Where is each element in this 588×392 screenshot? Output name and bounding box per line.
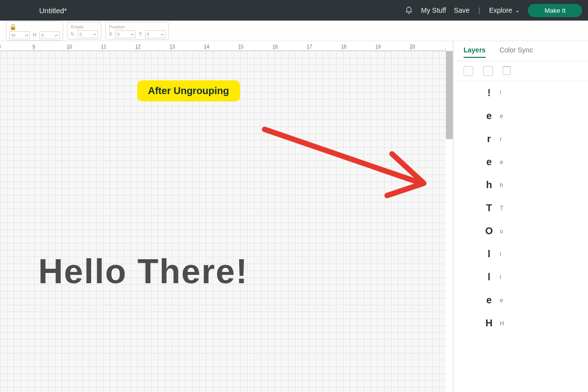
layer-item[interactable]: !! (454, 81, 588, 104)
position-label: Position (109, 24, 165, 29)
rotate-stepper[interactable]: 0 ▴▾ (77, 30, 98, 38)
ruler-tick: 17 (309, 41, 343, 50)
layer-preview: h (483, 179, 495, 191)
canvas-wrapper: 891011121314151617181920 After Ungroupin… (0, 41, 453, 392)
bell-icon (405, 6, 413, 15)
layer-name: ! (500, 90, 501, 97)
layer-item[interactable]: HH (454, 312, 588, 335)
main-area: 891011121314151617181920 After Ungroupin… (0, 41, 588, 392)
position-tool: Position X 0 ▴▾ Y 0 ▴▾ (105, 22, 169, 40)
layer-name: e (500, 113, 503, 120)
stepper-arrows-icon: ▴▾ (25, 34, 28, 36)
layer-name: T (500, 205, 503, 212)
layer-item[interactable]: ll (454, 266, 588, 289)
layer-item[interactable]: ee (454, 104, 588, 127)
stepper-arrows-icon: ▴▾ (131, 33, 134, 35)
topbar-divider: | (478, 6, 480, 14)
layer-item[interactable]: Oo (454, 220, 588, 243)
ruler-tick: 18 (343, 41, 377, 50)
ruler-tick: 10 (69, 41, 103, 50)
layer-item[interactable]: TT (454, 196, 588, 220)
ruler-tick: 14 (206, 41, 240, 50)
document-title: Untitled* (39, 6, 67, 15)
explore-dropdown[interactable]: Explore ⌄ (489, 6, 520, 14)
y-stepper[interactable]: 0 ▴▾ (145, 30, 166, 38)
app-topbar: Untitled* My Stuff Save | Explore ⌄ Make… (0, 0, 588, 21)
notifications-button[interactable] (405, 6, 413, 15)
layer-preview: r (483, 133, 495, 145)
my-stuff-button[interactable]: My Stuff (421, 6, 446, 14)
layer-preview: l (483, 271, 495, 283)
lock-icon[interactable]: 🔒 (9, 24, 17, 30)
ruler-tick: 15 (240, 41, 274, 50)
duplicate-icon[interactable] (483, 66, 493, 76)
layer-item[interactable]: hh (454, 173, 588, 196)
layer-name: r (500, 136, 502, 143)
tab-color-sync[interactable]: Color Sync (499, 46, 533, 58)
layer-item[interactable]: rr (454, 127, 588, 150)
group-icon[interactable] (464, 66, 473, 76)
rotate-icon[interactable]: ↻ (71, 31, 74, 37)
rotate-tool: Rotate ↻ 0 ▴▾ (67, 22, 101, 40)
layer-name: h (500, 182, 503, 189)
ruler-tick: 8 (0, 41, 34, 50)
save-button[interactable]: Save (454, 6, 469, 14)
layer-name: H (500, 320, 504, 327)
layer-preview: e (483, 110, 495, 122)
layer-name: o (500, 228, 503, 235)
layer-list: !!eerreehhTTOolllleeHH (454, 81, 588, 392)
annotation-callout: After Ungrouping (137, 80, 240, 101)
tab-layers[interactable]: Layers (464, 46, 486, 58)
layer-name: l (500, 251, 501, 258)
explore-label: Explore (489, 6, 512, 14)
ruler-tick: 19 (377, 41, 412, 50)
ruler-tick: 16 (274, 41, 309, 50)
layer-preview: e (483, 294, 495, 306)
right-panel: Layers Color Sync !!eerreehhTTOolllleeHH (453, 41, 588, 392)
size-tool: 🔒 W ▴▾ H 0 ▴▾ (6, 21, 63, 41)
layer-item[interactable]: ee (454, 150, 588, 173)
layer-preview: e (483, 156, 495, 168)
layer-item[interactable]: ee (454, 289, 588, 312)
stepper-arrows-icon: ▴▾ (161, 33, 164, 35)
trash-icon[interactable] (503, 66, 511, 75)
ruler-tick: 20 (412, 41, 446, 50)
layer-name: e (500, 297, 503, 304)
ruler-tick: 9 (34, 41, 69, 50)
make-it-button[interactable]: Make It (528, 4, 582, 17)
panel-tabs: Layers Color Sync (454, 41, 588, 61)
layer-preview: ! (483, 87, 495, 98)
stepper-arrows-icon: ▴▾ (55, 34, 58, 36)
ruler-tick: 12 (137, 41, 172, 50)
ruler-tick: 13 (172, 41, 206, 50)
layer-preview: T (483, 202, 495, 214)
ruler-tick: 11 (103, 41, 137, 50)
x-label: X (109, 31, 112, 37)
canvas-scrollbar[interactable] (446, 51, 453, 139)
layer-preview: l (483, 248, 495, 260)
x-stepper[interactable]: 0 ▴▾ (115, 30, 136, 38)
layer-preview: O (483, 225, 495, 237)
panel-actions (454, 61, 588, 81)
height-label: H (33, 32, 36, 38)
width-label: W (11, 33, 16, 38)
design-canvas[interactable] (0, 51, 446, 392)
stepper-arrows-icon: ▴▾ (93, 33, 96, 35)
layer-item[interactable]: ll (454, 243, 588, 266)
property-toolbar: 🔒 W ▴▾ H 0 ▴▾ Rotate ↻ 0 ▴▾ Position X (0, 21, 588, 41)
height-stepper[interactable]: 0 ▴▾ (39, 31, 60, 39)
canvas-text-object[interactable]: Hello There! (38, 252, 248, 291)
chevron-down-icon: ⌄ (515, 7, 520, 14)
layer-name: e (500, 159, 503, 166)
layer-preview: H (483, 318, 495, 329)
layer-name: l (500, 274, 501, 281)
width-stepper[interactable]: W ▴▾ (9, 31, 30, 39)
ruler-horizontal: 891011121314151617181920 (0, 41, 446, 51)
rotate-label: Rotate (71, 24, 98, 29)
y-label: Y (139, 31, 142, 37)
